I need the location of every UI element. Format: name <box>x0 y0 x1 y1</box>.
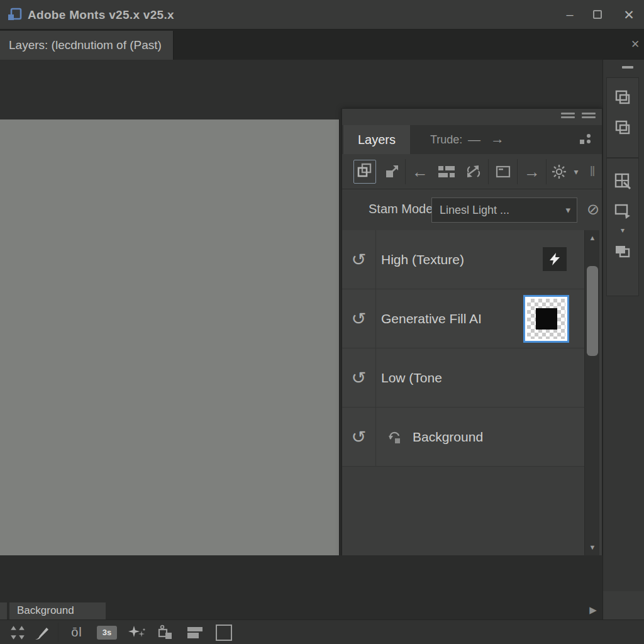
link-dash-icon: — <box>468 125 480 154</box>
rotate-layers-button[interactable] <box>460 154 487 189</box>
selection-square-icon[interactable] <box>210 620 238 644</box>
toolbar-divider <box>58 623 58 642</box>
layer-history-cell[interactable]: ↺ <box>342 230 376 289</box>
layer-history-cell[interactable]: ↺ <box>342 408 376 466</box>
clone-tool-label: ōl <box>71 625 82 640</box>
square-icon <box>216 625 232 641</box>
chevron-down-icon[interactable]: ▾ <box>621 226 625 236</box>
no-symbol-icon[interactable]: ⊘ <box>582 194 604 225</box>
panel-header-bar <box>342 109 602 125</box>
maximize-button[interactable] <box>584 0 611 30</box>
layer-name: Low (Tone <box>381 348 442 408</box>
sparkle-tool-icon[interactable] <box>123 620 151 644</box>
copy-stamp-tool-icon[interactable] <box>152 620 180 644</box>
application-window: Adobe Monts v25.x v25.x – ✕ Layers: (lec… <box>0 0 644 644</box>
background-lock-icon[interactable] <box>387 430 402 445</box>
layers-panel-tab-row: Layers Trude: — → <box>342 125 602 154</box>
sidebar-collapse-icon[interactable] <box>622 66 633 69</box>
minimize-button[interactable]: – <box>556 0 584 30</box>
stamp-mode-row: Stam Mode: Linesl Light ... ▾ ⊘ <box>342 189 602 230</box>
layer-history-cell[interactable]: ↺ <box>342 289 376 348</box>
scroll-down-icon[interactable]: ▼ <box>585 541 600 553</box>
duplicate-icon[interactable] <box>613 113 633 143</box>
duplicate-icon[interactable] <box>613 83 633 113</box>
stack-tool-icon[interactable] <box>181 620 209 644</box>
panel-collapse-icon[interactable] <box>561 113 575 120</box>
settings-gear-button[interactable] <box>548 154 570 189</box>
bottom-right-corner <box>602 591 644 619</box>
badge-label: 3s <box>97 626 117 640</box>
move-tool-icon[interactable] <box>5 620 30 644</box>
layer-thumbnail[interactable] <box>543 247 567 271</box>
clone-tool-icon[interactable]: ōl <box>63 620 91 644</box>
layer-history-cell[interactable]: ↺ <box>342 348 376 407</box>
status-tab-partial[interactable] <box>0 602 7 619</box>
undo-icon: ↺ <box>352 309 367 329</box>
layer-row-background[interactable]: ↺ Background <box>342 408 584 467</box>
transparency-checkerboard <box>527 299 565 339</box>
blend-mode-dropdown[interactable]: Linesl Light ... ▾ <box>431 197 577 223</box>
undo-icon: ↺ <box>352 368 367 388</box>
panel-menu-icon[interactable] <box>582 113 596 120</box>
layer-export-icon[interactable] <box>613 196 633 226</box>
export-layer-button[interactable] <box>381 154 404 189</box>
forward-arrow-button[interactable]: → <box>519 154 545 189</box>
layer-list-scrollbar[interactable]: ▲ ▼ <box>584 230 599 555</box>
crop-layer-button[interactable] <box>491 154 516 189</box>
toolbar-divider <box>405 159 406 184</box>
panel-options-icon[interactable] <box>580 134 591 145</box>
scrollbar-thumb[interactable] <box>587 266 598 356</box>
selected-layer-thumbnail[interactable] <box>523 295 569 343</box>
maximize-icon <box>593 10 602 19</box>
layer-grid-button[interactable] <box>434 154 459 189</box>
scroll-up-icon[interactable]: ▲ <box>585 231 600 244</box>
document-tab-label: Layers: (lecdnutiom of (Past) <box>9 31 162 60</box>
bottom-toolbar: ōl 3s <box>0 619 644 644</box>
tab-layers[interactable]: Layers <box>343 125 410 154</box>
lightning-icon <box>547 252 562 267</box>
layer-row-generative-fill[interactable]: ↺ Generative Fill AI <box>342 289 584 348</box>
blend-mode-value: Linesl Light ... <box>440 204 565 217</box>
layers-panel: Layers Trude: — → ← <box>341 108 602 582</box>
brush-tool-icon[interactable] <box>29 620 54 644</box>
chevron-down-icon: ▾ <box>565 204 570 216</box>
document-tab-strip: Layers: (lecdnutiom of (Past) ✕ <box>0 30 644 60</box>
app-logo-icon <box>6 7 23 23</box>
filled-layers-icon[interactable] <box>613 236 633 267</box>
right-sidebar: ▾ <box>602 60 644 591</box>
undo-icon: ↺ <box>352 250 367 270</box>
grid-edit-icon[interactable] <box>613 166 633 196</box>
toolbar-divider <box>517 159 518 184</box>
status-tab-background[interactable]: Background <box>9 602 106 619</box>
undo-icon: ↺ <box>352 427 367 447</box>
layer-name: Background <box>413 408 483 467</box>
panel-link-label: Trude: <box>430 125 462 154</box>
title-bar: Adobe Monts v25.x v25.x – ✕ <box>0 0 644 30</box>
sidebar-group-bottom: ▾ <box>606 158 639 296</box>
sidebar-group-top <box>606 77 639 158</box>
layer-row-high-texture[interactable]: ↺ High (Texture) <box>342 230 584 289</box>
tab-strip-close-icon[interactable]: ✕ <box>626 30 644 60</box>
link-arrow-icon: → <box>491 125 504 154</box>
expand-right-icon[interactable]: ▶ <box>584 601 602 619</box>
toolbar-divider <box>488 159 489 184</box>
thumbnail-black-square <box>536 308 557 330</box>
document-tab[interactable]: Layers: (lecdnutiom of (Past) <box>0 31 174 60</box>
layer-list: ↺ High (Texture) ↺ Generative Fill AI <box>342 230 602 555</box>
status-tab-label: Background <box>17 602 74 619</box>
close-button[interactable]: ✕ <box>615 0 643 30</box>
canvas[interactable] <box>0 119 340 555</box>
layer-name: High (Texture) <box>381 230 464 289</box>
stamp-mode-label: Stam Mode: <box>369 189 436 230</box>
app-title: Adobe Monts v25.x v25.x <box>28 0 174 30</box>
layer-row-low-tone[interactable]: ↺ Low (Tone <box>342 348 584 408</box>
pause-icon: ‖ <box>585 154 600 189</box>
layers-toolbar: ← → <box>342 154 602 189</box>
back-arrow-button[interactable]: ← <box>408 154 433 189</box>
gear-chevron-icon[interactable]: ▾ <box>569 154 584 189</box>
layer-name: Generative Fill AI <box>381 289 482 348</box>
badge-tool-icon[interactable]: 3s <box>93 620 121 644</box>
duplicate-layers-button[interactable] <box>351 154 379 189</box>
toolbar-divider <box>546 159 547 184</box>
